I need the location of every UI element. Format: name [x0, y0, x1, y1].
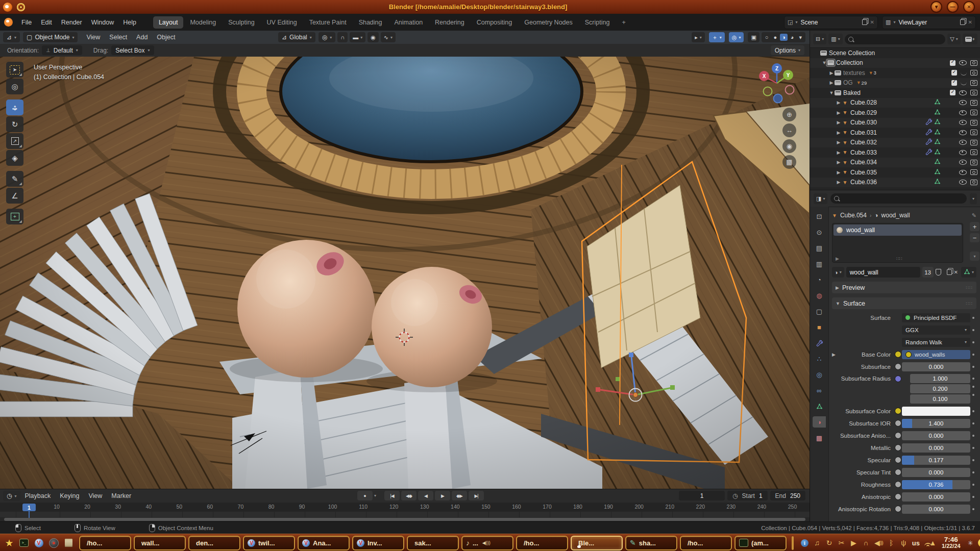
workspace-tab-uv-editing[interactable]: UV Editing	[261, 16, 303, 29]
remove-view-layer-icon[interactable]: ✕	[968, 19, 972, 25]
eye-open-icon[interactable]	[959, 150, 967, 155]
snap-settings-dropdown[interactable]: ▬▾	[350, 32, 365, 42]
outliner-filter-mode-button[interactable]: ▥▾	[828, 34, 842, 44]
task-button-ho[interactable]: /ho...	[516, 536, 568, 550]
expand-icon[interactable]: ▶	[828, 80, 835, 85]
socket-icon[interactable]	[895, 375, 901, 382]
viewport-menu-view[interactable]: View	[82, 32, 105, 43]
navigation-gizmo[interactable]: Z Y X	[753, 61, 800, 108]
eye-open-icon[interactable]	[959, 180, 967, 185]
checkbox-icon[interactable]	[951, 70, 957, 76]
orientation-setting-dropdown[interactable]: ⊥Default▾	[42, 45, 82, 55]
view-layer-selector[interactable]: ▥▾ ViewLayer ✕	[882, 16, 976, 29]
pan-hand-button[interactable]: ↔	[782, 123, 796, 137]
clipboard-tray-icon[interactable]: ✂	[838, 539, 845, 547]
viewport-menu-add[interactable]: Add	[132, 32, 152, 43]
task-button-sak[interactable]: sak...	[407, 536, 459, 550]
outliner-row-cube-030[interactable]: ▶▼Cube.030	[810, 118, 980, 128]
outliner-row-textures[interactable]: ▶textures▼3	[810, 68, 980, 78]
eye-closed-icon[interactable]	[961, 72, 967, 76]
workspace-tab-compositing[interactable]: Compositing	[471, 16, 518, 29]
slider-field[interactable]: 0.000	[902, 443, 970, 453]
axis-y-ball[interactable]: Y	[787, 72, 790, 78]
outliner-row-cube-034[interactable]: ▶▼Cube.034	[810, 158, 980, 168]
camera-visibility-icon[interactable]	[970, 120, 977, 126]
task-button-ble[interactable]: Ble...	[571, 536, 623, 550]
outliner-row-cube-036[interactable]: ▶▼Cube.036	[810, 178, 980, 188]
playhead[interactable]: 1	[22, 504, 36, 511]
transform-orientation-dropdown[interactable]: ⊿Global▾	[278, 32, 315, 42]
object-properties-tab[interactable]: ■	[813, 321, 826, 333]
slider-field[interactable]: 0.177	[902, 456, 970, 465]
timeline-menu-playback[interactable]: Playback	[20, 490, 56, 502]
workspace-tab-animation[interactable]: Animation	[389, 16, 429, 29]
select-box-tool[interactable]: ➤◢	[6, 62, 23, 78]
keying-dropdown-icon[interactable]: ▾	[374, 493, 376, 498]
task-button-ana[interactable]: VAna...	[298, 536, 350, 550]
outliner-row-cube-029[interactable]: ▶▼Cube.029	[810, 108, 980, 118]
socket-icon[interactable]	[895, 420, 901, 427]
task-button-ho[interactable]: /ho...	[680, 536, 732, 550]
workspace-tab-geometry-nodes[interactable]: Geometry Nodes	[519, 16, 578, 29]
slider-field[interactable]: 0.736	[902, 480, 970, 489]
breadcrumb-material[interactable]: wood_wall	[881, 212, 910, 219]
value-field[interactable]: 0.100	[910, 394, 970, 404]
task-button-twil[interactable]: Vtwil...	[243, 536, 295, 550]
workspace-tab-modeling[interactable]: Modeling	[184, 16, 222, 29]
collection-properties-tab[interactable]: ▢	[813, 306, 826, 317]
media-tray-icon[interactable]: ♫	[813, 539, 821, 547]
add-slot-button[interactable]: +	[970, 222, 979, 231]
outliner-row-cube-032[interactable]: ▶▼Cube.032	[810, 138, 980, 148]
blender-menu-icon[interactable]	[4, 18, 13, 27]
socket-icon[interactable]	[895, 408, 901, 414]
eye-open-icon[interactable]	[959, 140, 967, 145]
drag-setting-dropdown[interactable]: Select Box▾	[111, 45, 154, 55]
timeline-menu-keying[interactable]: Keying	[55, 490, 84, 502]
play-button[interactable]: ▶	[435, 491, 450, 500]
timeline-ruler[interactable]: 1102030405060708090100110120130140150160…	[0, 503, 810, 512]
usb-tray-icon[interactable]: ψ	[900, 539, 908, 547]
add-workspace-button[interactable]: +	[616, 16, 631, 29]
unlink-material-icon[interactable]: ✕	[954, 269, 958, 275]
copy-material-icon[interactable]	[947, 269, 952, 275]
workspace-tab-layout[interactable]: Layout	[153, 16, 184, 29]
pin-icon[interactable]: ✎	[972, 212, 976, 219]
workspace-tab-scripting[interactable]: Scripting	[579, 16, 616, 29]
texture-properties-tab[interactable]: ▩	[813, 432, 826, 443]
material-preview-button[interactable]: ◑	[780, 34, 788, 41]
expand-icon[interactable]: ▶	[836, 110, 842, 115]
expand-icon[interactable]: ▶	[836, 120, 842, 125]
viewport-menu-object[interactable]: Object	[152, 32, 180, 43]
outliner-row-collection[interactable]: ▼Collection	[810, 58, 980, 68]
slot-grip-icon[interactable]: ∷∷	[896, 256, 902, 261]
camera-visibility-icon[interactable]	[970, 70, 977, 76]
value-field[interactable]: 0.200	[910, 384, 970, 393]
axis-minus-y-ball[interactable]	[764, 87, 772, 96]
expand-icon[interactable]: ▶	[828, 70, 835, 76]
view-layer-properties-tab[interactable]: ▥	[813, 258, 826, 269]
socket-icon[interactable]	[895, 481, 901, 488]
axis-minus-z-ball[interactable]	[774, 94, 782, 103]
xray-toggle[interactable]: ▣	[748, 32, 759, 42]
properties-search-input[interactable]	[830, 193, 967, 204]
rotate-tool[interactable]: ↻	[6, 116, 23, 132]
select-field[interactable]: Random Walk▾	[902, 338, 970, 347]
checkbox-icon[interactable]	[950, 90, 955, 95]
eye-open-icon[interactable]	[959, 160, 967, 165]
socket-icon[interactable]	[895, 506, 901, 512]
material-slot-list[interactable]: wood_wall ▶∷∷	[832, 223, 963, 263]
task-button-am[interactable]: (am...	[734, 536, 787, 550]
axis-x-ball[interactable]: X	[763, 73, 766, 79]
shading-dropdown-icon[interactable]: ▾	[797, 34, 804, 41]
link-target-button[interactable]: ▾	[961, 267, 976, 278]
viewport-menu-select[interactable]: Select	[105, 32, 132, 43]
updates-tray-icon[interactable]: ↻	[825, 539, 833, 547]
output-properties-tab[interactable]: ▤	[813, 242, 826, 254]
eye-open-icon[interactable]	[959, 130, 967, 135]
wireframe-shading-button[interactable]: ○	[763, 34, 771, 41]
zoom-button[interactable]: ⊕	[782, 108, 796, 121]
socket-icon[interactable]	[895, 493, 901, 500]
task-button-ho[interactable]: /ho...	[79, 536, 131, 550]
eye-open-icon[interactable]	[959, 110, 967, 115]
slider-field[interactable]: 0.000	[902, 362, 970, 371]
